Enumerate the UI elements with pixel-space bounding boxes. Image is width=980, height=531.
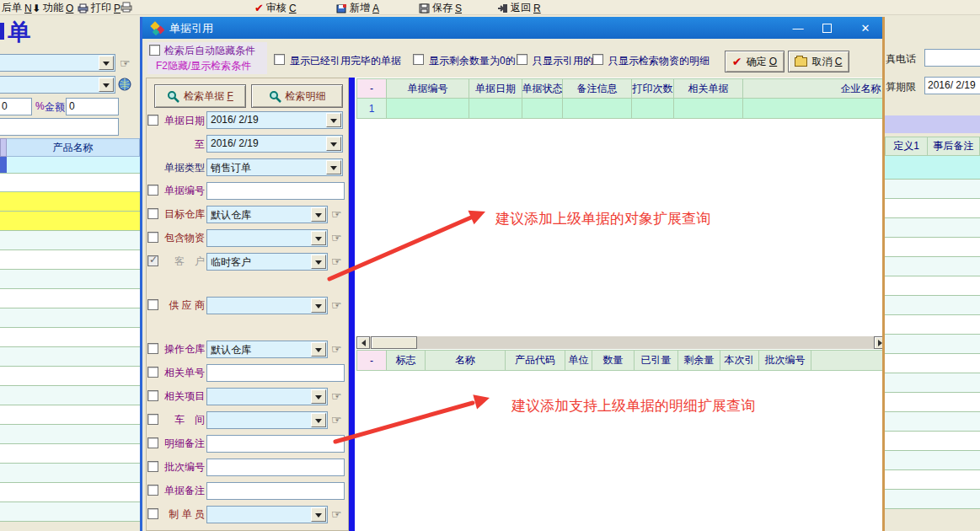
supplier-combo[interactable] <box>206 297 328 314</box>
operate-warehouse-combo[interactable]: 默认仓库 <box>206 341 328 358</box>
table-row[interactable] <box>0 464 140 483</box>
table-row[interactable] <box>0 483 140 502</box>
table-row[interactable] <box>885 354 980 373</box>
remark-input[interactable] <box>0 118 119 136</box>
chevron-down-icon[interactable] <box>99 78 114 92</box>
hand-picker-icon[interactable]: ☞ <box>120 57 131 69</box>
ok-button[interactable]: ✔ 确定 O <box>725 51 785 72</box>
custom1-column-header[interactable]: 定义1 <box>885 137 928 156</box>
target-warehouse-combo[interactable]: 默认仓库 <box>206 206 328 223</box>
table-row[interactable] <box>885 373 980 393</box>
table-row[interactable] <box>0 270 140 289</box>
doc-date-from-combo[interactable]: 2016/ 2/19 <box>206 111 343 129</box>
printer2-icon[interactable] <box>120 2 132 13</box>
chevron-down-icon[interactable] <box>326 137 341 151</box>
menu-item-print[interactable]: 打印P <box>78 1 120 15</box>
table-row[interactable] <box>0 444 140 464</box>
table-row[interactable] <box>885 432 980 451</box>
column-header[interactable]: 数量 <box>592 350 635 371</box>
related-number-input[interactable] <box>206 364 345 382</box>
scroll-left-button[interactable] <box>356 336 370 349</box>
product-name-column-header[interactable]: 产品名称 <box>7 138 140 157</box>
table-row[interactable] <box>0 289 140 308</box>
table-row[interactable] <box>0 502 140 522</box>
customer-filter-combo[interactable]: 临时客户 <box>206 253 328 271</box>
deadline-input[interactable]: 2016/ 2/19 <box>924 77 980 94</box>
toolbar-save-button[interactable]: 保存S <box>419 1 462 15</box>
table-row[interactable] <box>885 490 980 509</box>
chevron-down-icon[interactable] <box>326 160 341 174</box>
table-row[interactable] <box>0 157 140 174</box>
hand-picker-icon[interactable]: ☞ <box>331 299 342 311</box>
table-row[interactable] <box>0 386 140 405</box>
column-header[interactable]: 相关单据 <box>674 78 743 99</box>
chevron-down-icon[interactable] <box>326 113 341 127</box>
table-row[interactable] <box>0 192 140 212</box>
corner-header-cell[interactable]: - <box>356 350 387 371</box>
chevron-down-icon[interactable] <box>99 56 114 70</box>
chevron-down-icon[interactable] <box>311 413 326 427</box>
column-header[interactable]: 名称 <box>426 350 506 371</box>
table-row[interactable] <box>885 451 980 470</box>
cell[interactable] <box>522 99 563 119</box>
only-searched-material-checkbox[interactable] <box>592 54 603 65</box>
chevron-down-icon[interactable] <box>311 389 326 404</box>
scroll-right-button[interactable] <box>874 336 885 349</box>
corner-header-cell[interactable]: - <box>356 78 387 99</box>
table-row[interactable] <box>885 257 980 276</box>
documents-table-row[interactable]: 1 <box>356 99 885 119</box>
table-row[interactable] <box>885 180 980 199</box>
column-header[interactable]: 本次引 <box>720 350 759 371</box>
toolbar-audit-button[interactable]: ✔ 审核C <box>254 1 297 15</box>
column-header[interactable] <box>811 350 885 371</box>
table-row[interactable] <box>885 393 980 412</box>
table-row[interactable] <box>0 367 140 386</box>
table-row[interactable] <box>885 199 980 218</box>
cell[interactable] <box>563 99 632 119</box>
horizontal-scrollbar[interactable] <box>356 336 885 349</box>
table-row[interactable] <box>885 276 980 296</box>
only-referenced-checkbox[interactable] <box>517 54 527 65</box>
scrollbar-thumb[interactable] <box>371 336 417 349</box>
close-button[interactable]: ✕ <box>855 20 876 35</box>
cell[interactable] <box>674 99 743 119</box>
column-header[interactable]: 打印次数 <box>632 78 674 99</box>
cell[interactable] <box>632 99 674 119</box>
detail-remark-input[interactable] <box>206 435 345 453</box>
workshop-combo[interactable] <box>206 411 328 429</box>
chevron-down-icon[interactable] <box>311 507 326 522</box>
table-row[interactable] <box>0 231 140 250</box>
show-finished-checkbox[interactable] <box>274 54 285 65</box>
table-row[interactable] <box>0 425 140 444</box>
column-header[interactable]: 标志 <box>387 350 426 371</box>
table-row[interactable] <box>0 308 140 328</box>
column-header[interactable]: 单据状态 <box>522 78 563 99</box>
doc-date-to-combo[interactable]: 2016/ 2/19 <box>206 135 343 153</box>
column-header[interactable]: 单据日期 <box>469 78 522 99</box>
minimize-button[interactable]: — <box>788 20 808 35</box>
column-header[interactable]: 剩余量 <box>678 350 720 371</box>
toolbar-new-button[interactable]: 新增A <box>336 1 379 15</box>
auto-hide-checkbox[interactable] <box>149 45 160 56</box>
cell[interactable] <box>743 99 885 119</box>
table-row[interactable] <box>885 218 980 238</box>
dialog-titlebar[interactable]: 单据引用 — ✕ <box>142 17 882 39</box>
after-note-column-header[interactable]: 事后备注 <box>928 137 980 156</box>
fax-input[interactable] <box>924 49 980 67</box>
amount-input[interactable]: 0 <box>66 98 119 115</box>
cell[interactable] <box>387 99 469 119</box>
table-row[interactable] <box>0 250 140 270</box>
column-header[interactable]: 企业名称 <box>743 78 885 99</box>
column-header[interactable]: 批次编号 <box>759 350 811 371</box>
chevron-down-icon[interactable] <box>311 298 326 313</box>
search-documents-button[interactable]: 检索单据 F <box>154 84 246 108</box>
table-row[interactable] <box>885 315 980 335</box>
column-header[interactable]: 单位 <box>565 350 592 371</box>
search-details-button[interactable]: 检索明细 <box>251 84 343 108</box>
doc-type-combo[interactable]: 销售订单 <box>206 158 343 176</box>
hand-picker-icon[interactable]: ☞ <box>331 508 342 520</box>
column-header[interactable]: 产品代码 <box>506 350 565 371</box>
chevron-down-icon[interactable] <box>311 342 326 357</box>
cell[interactable] <box>469 99 522 119</box>
table-row[interactable] <box>0 328 140 347</box>
